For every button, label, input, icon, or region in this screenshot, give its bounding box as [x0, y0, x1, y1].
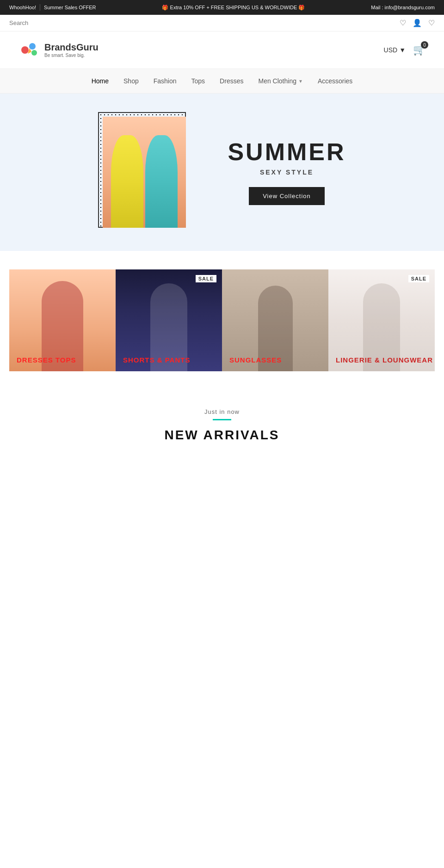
hero-content: SUMMER SEXY STYLE View Collection [228, 140, 345, 205]
nav-item-home[interactable]: Home [92, 77, 109, 85]
nav-item-men-clothing[interactable]: Men Clothing ▼ [258, 77, 302, 85]
cart-badge: 0 [421, 41, 428, 49]
logo-text: BrandsGuru Be smart. Save big. [44, 42, 99, 58]
hero-subtitle: SEXY STYLE [228, 169, 345, 176]
logo[interactable]: BrandsGuru Be smart. Save big. [18, 39, 99, 61]
category-item-dresses[interactable]: DRESSES TOPS [9, 269, 116, 371]
wishlist-icon[interactable]: ♡ [400, 19, 406, 27]
announcement-center: 🎁 Extra 10% OFF + FREE SHIPPING US & WOR… [96, 5, 371, 11]
logo-icon [18, 39, 41, 61]
announcement-divider [40, 4, 40, 11]
cart-button[interactable]: 🛒 0 [413, 44, 426, 56]
chevron-down-icon: ▼ [298, 79, 303, 84]
nav-item-shop[interactable]: Shop [123, 77, 139, 85]
heart-icon[interactable]: ♡ [428, 19, 435, 27]
chevron-down-icon: ▼ [399, 46, 406, 54]
header-icons: ♡ 👤 ♡ [400, 19, 435, 27]
view-collection-button[interactable]: View Collection [249, 187, 325, 205]
search-input[interactable] [9, 19, 102, 26]
section-underline [213, 419, 231, 420]
category-item-lingerie[interactable]: SALE LINGERIE & LOUNGWEAR [328, 269, 435, 371]
category-grid: DRESSES TOPS SALE SHORTS & PANTS SUNGLAS… [9, 269, 435, 371]
currency-label: USD [384, 46, 398, 54]
tagline: Be smart. Save big. [44, 53, 99, 58]
hero-figures [111, 117, 178, 228]
new-arrivals-header: Just in now NEW ARRIVALS [0, 390, 444, 452]
cat-label-sunglasses: SUNGLASSES [229, 356, 282, 364]
svg-point-2 [31, 50, 37, 56]
hero-banner: SUMMER SEXY STYLE View Collection [0, 94, 444, 251]
hero-title: SUMMER [228, 140, 345, 164]
figure-right [145, 135, 178, 228]
category-item-sunglasses[interactable]: SUNGLASSES [222, 269, 328, 371]
brand-name: BrandsGuru [44, 42, 99, 53]
product-grid [0, 452, 444, 822]
announcement-text1: WhoohHoo! [9, 5, 36, 10]
svg-point-0 [21, 46, 29, 54]
nav-item-dresses[interactable]: Dresses [220, 77, 243, 85]
svg-point-1 [29, 43, 36, 50]
announcement-right: Mail : info@brandsguru.com [371, 5, 435, 10]
search-bar: ♡ 👤 ♡ [0, 15, 444, 31]
category-item-shorts[interactable]: SALE SHORTS & PANTS [116, 269, 222, 371]
currency-selector[interactable]: USD ▼ [384, 46, 406, 54]
main-nav: Home Shop Fashion Tops Dresses Men Cloth… [0, 69, 444, 94]
nav-item-tops[interactable]: Tops [191, 77, 205, 85]
nav-item-fashion[interactable]: Fashion [154, 77, 177, 85]
figure-left [111, 135, 143, 228]
announcement-text2: Summer Sales OFFER [44, 5, 96, 10]
cat-label-shorts: SHORTS & PANTS [123, 356, 190, 364]
sale-badge-lingerie: SALE [408, 275, 429, 282]
cat-label-lingerie: LINGERIE & LOUNGWEAR [336, 356, 433, 364]
hero-placeholder [103, 117, 186, 228]
account-icon[interactable]: 👤 [413, 19, 422, 27]
cat-label-dresses: DRESSES TOPS [17, 356, 76, 364]
sale-badge-shorts: SALE [196, 275, 216, 282]
section-title: NEW ARRIVALS [9, 428, 435, 443]
header: BrandsGuru Be smart. Save big. USD ▼ 🛒 0 [0, 31, 444, 69]
nav-item-accessories[interactable]: Accessories [318, 77, 352, 85]
section-label: Just in now [9, 408, 435, 415]
hero-image [98, 112, 191, 232]
header-right: USD ▼ 🛒 0 [384, 44, 426, 56]
announcement-left: WhoohHoo! Summer Sales OFFER [9, 4, 96, 11]
announcement-bar: WhoohHoo! Summer Sales OFFER 🎁 Extra 10%… [0, 0, 444, 15]
